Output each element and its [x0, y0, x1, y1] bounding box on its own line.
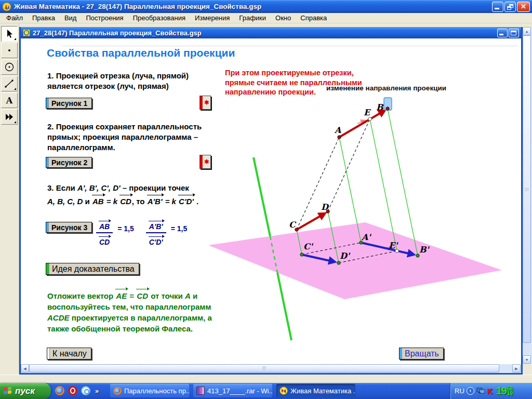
horizontal-scroll-thumb[interactable] [29, 364, 499, 373]
custom-tool[interactable] [1, 109, 18, 125]
language-indicator[interactable]: RU [455, 387, 464, 395]
menu-view[interactable]: Вид [60, 13, 82, 23]
menu-help[interactable]: Справка [296, 13, 331, 23]
button-strip [47, 348, 50, 359]
vector-CD[interactable] [297, 214, 325, 230]
point-D-prime[interactable] [337, 261, 340, 264]
menu-edit[interactable]: Правка [28, 13, 60, 23]
firefox-icon[interactable] [55, 386, 64, 395]
document-window: 27_28(147) Параллельная проекция_Свойств… [19, 27, 523, 375]
taskbar-item-winrar[interactable]: 413_17____.rar - Wi... [193, 384, 272, 397]
property-1-text: 1. Проекцией отрезка (луча, прямой) явля… [47, 71, 189, 91]
property-3-text: 3. Если A', B', C', D' – проекции точек … [47, 183, 198, 207]
close-button[interactable]: ✕ [517, 2, 530, 12]
point-tool[interactable] [1, 43, 18, 58]
scroll-down-button[interactable]: ▼ [523, 355, 531, 364]
taskbar-item-firefox[interactable]: Параллельность пр... [110, 384, 189, 397]
vertical-scrollbar[interactable]: ▲ ▼ [523, 27, 531, 364]
straightedge-tool[interactable] [1, 76, 18, 91]
ratio-AB-CD: AB CD [96, 218, 113, 246]
help-book-icon[interactable]: ✱ [200, 96, 211, 110]
quick-launch: » [55, 386, 99, 395]
menu-construct[interactable]: Построения [81, 13, 128, 23]
winrar-icon [196, 387, 205, 395]
document-titlebar[interactable]: 27_28(147) Параллельная проекция_Свойств… [21, 27, 521, 38]
label-B: B [376, 102, 384, 112]
property-2-text: 2. Проекция сохраняет параллельность пря… [47, 122, 202, 153]
figure3-button[interactable]: Рисунок 3 [46, 222, 92, 233]
sketch-canvas[interactable]: A B C D E A' B' C' D' E' Свойства паралл… [21, 38, 521, 364]
menu-measure[interactable]: Измерения [190, 13, 234, 23]
quick-launch-overflow-chevron[interactable]: » [95, 387, 99, 395]
restore-button[interactable] [504, 2, 516, 12]
projection-note-text: При этом проектируемые отрезки, прямые с… [225, 68, 362, 97]
custom-tool-icon [4, 112, 15, 122]
label-B-prime: B' [419, 245, 430, 255]
point-C-prime[interactable] [300, 253, 303, 256]
tray-clock[interactable]: 19 58 19 [496, 385, 513, 397]
button-strip [46, 263, 49, 274]
rotate-button[interactable]: Вращать [399, 348, 444, 360]
figure1-button[interactable]: Рисунок 1 [46, 98, 92, 109]
selection-arrow-tool[interactable] [1, 26, 18, 42]
figure2-button[interactable]: Рисунок 2 [46, 157, 92, 168]
segment-icon [4, 78, 15, 89]
point-B[interactable] [386, 107, 389, 110]
system-tray: RU ‹ K 19 58 19 [450, 383, 532, 399]
taskbar-item-sketchpad[interactable]: Живая Математика ... [276, 384, 355, 397]
text-tool[interactable]: A [1, 92, 18, 108]
window-bottom-edge [0, 375, 532, 383]
start-button[interactable]: пуск [0, 383, 51, 399]
app-icon [2, 2, 11, 11]
direction-line[interactable] [254, 157, 270, 236]
ratio-AB-CD-value: = 1,5 [117, 224, 134, 240]
point-E[interactable] [368, 117, 371, 121]
scroll-up-button[interactable]: ▲ [523, 27, 531, 35]
vertical-scroll-thumb[interactable] [523, 35, 531, 343]
point-A[interactable] [338, 136, 341, 139]
ratio-measurements: AB CD = 1,5 A'B' C'D' = 1,5 [96, 218, 187, 246]
button-strip [46, 98, 49, 108]
compass-tool[interactable] [1, 59, 18, 75]
scroll-left-button[interactable]: ◀ [21, 364, 29, 373]
point-icon [4, 45, 15, 56]
label-A-prime: A' [361, 232, 371, 242]
hide-icons-chevron[interactable]: ‹ [467, 387, 474, 395]
help-book-icon[interactable]: ✱ [200, 155, 211, 169]
minimize-button[interactable] [492, 2, 503, 12]
window-title: Живая Математика - 27_28(147) Параллельн… [14, 3, 261, 10]
button-strip [400, 348, 402, 359]
doc-maximize-button[interactable] [509, 29, 519, 37]
direction-line[interactable] [277, 273, 291, 340]
app-titlebar[interactable]: Живая Математика - 27_28(147) Параллельн… [0, 0, 532, 13]
label-D-prime: D' [340, 251, 351, 261]
menu-transform[interactable]: Преобразования [128, 13, 190, 23]
proof-hint-text: Отложите вектор AE = CD от точки A и вос… [47, 286, 212, 334]
ratio-A2B2-C2D2: A'B' C'D' [146, 218, 166, 246]
point-C[interactable] [295, 228, 298, 231]
doc-minimize-button[interactable] [497, 29, 508, 37]
document-icon [23, 29, 30, 36]
tool-palette: A [0, 23, 19, 383]
projection-plane[interactable] [208, 222, 502, 299]
proof-idea-button[interactable]: Идея доказательства [46, 263, 139, 275]
network-icon[interactable] [476, 388, 485, 395]
button-strip [46, 222, 49, 232]
antivirus-icon[interactable]: K [487, 387, 493, 395]
vector-AB[interactable] [339, 111, 384, 137]
label-A: A [334, 125, 341, 135]
quicktime-icon[interactable] [81, 386, 90, 395]
sketchpad-icon [280, 387, 288, 395]
menu-window[interactable]: Окно [271, 13, 296, 23]
label-C-prime: C' [303, 242, 314, 251]
direction-change-caption: изменение направления проекции [326, 84, 446, 92]
selection-arrow-icon [4, 29, 15, 39]
to-start-button[interactable]: К началу [47, 348, 91, 360]
scroll-right-button[interactable]: ▶ [512, 364, 521, 373]
text-tool-icon: A [6, 96, 12, 105]
horizontal-scrollbar[interactable]: ◀ ▶ [21, 364, 521, 373]
opera-icon[interactable] [68, 386, 77, 395]
firefox-icon [113, 387, 122, 395]
menu-file[interactable]: Файл [2, 13, 28, 23]
menu-graph[interactable]: Графики [234, 13, 271, 23]
